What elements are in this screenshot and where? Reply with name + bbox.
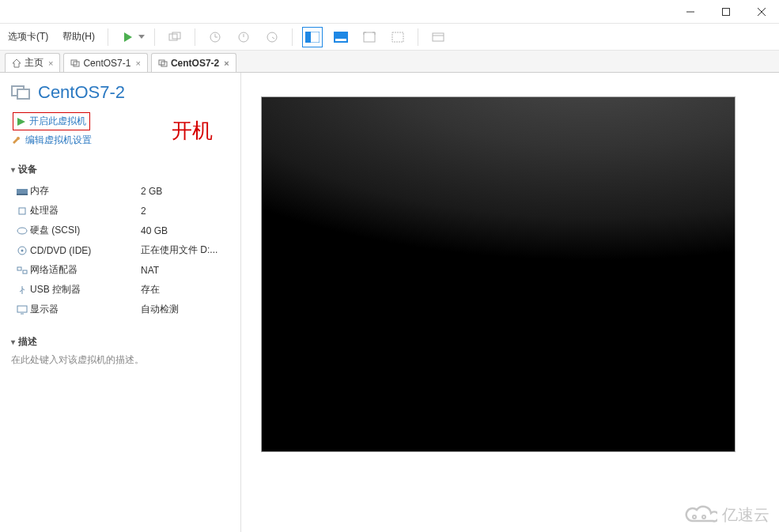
memory-icon (14, 187, 30, 195)
watermark-text: 亿速云 (722, 504, 770, 526)
tab-bar: 主页 × CentOS7-1 × CentOS7-2 × (0, 51, 779, 73)
device-cpu-label: 处理器 (30, 204, 141, 217)
device-display-label: 显示器 (30, 303, 141, 316)
svg-marker-4 (124, 32, 132, 42)
network-icon (14, 266, 30, 274)
menu-help[interactable]: 帮助(H) (59, 28, 98, 45)
view-sidebar-button[interactable] (302, 27, 323, 47)
disk-icon (14, 227, 30, 235)
tab-close-icon[interactable]: × (48, 58, 53, 68)
separator (108, 28, 108, 46)
home-icon (12, 58, 21, 68)
svg-rect-19 (364, 32, 375, 42)
fullscreen-icon (363, 32, 376, 43)
device-cd[interactable]: CD/DVD (IDE) 正在使用文件 D:... (11, 240, 229, 260)
snapshot-manage-button[interactable] (262, 27, 282, 47)
separator (195, 28, 195, 46)
description-section-header[interactable]: 描述 (11, 335, 229, 349)
svg-rect-33 (19, 208, 25, 214)
display-icon (14, 305, 30, 315)
svg-line-14 (272, 37, 274, 39)
maximize-button[interactable] (708, 0, 743, 24)
svg-rect-29 (17, 89, 29, 99)
close-button[interactable] (743, 0, 779, 24)
device-disk[interactable]: 硬盘 (SCSI) 40 GB (11, 221, 229, 240)
svg-rect-37 (17, 267, 21, 270)
description-placeholder[interactable]: 在此处键入对该虚拟机的描述。 (11, 353, 229, 367)
menu-options-tab[interactable]: 选项卡(T) (5, 28, 51, 45)
clock-back-icon (237, 31, 250, 43)
separator (154, 28, 155, 46)
device-memory-value: 2 GB (141, 186, 162, 197)
device-display[interactable]: 显示器 自动检测 (11, 300, 229, 319)
tab-close-icon[interactable]: × (224, 58, 229, 68)
wrench-icon (13, 136, 22, 145)
cpu-icon (14, 206, 30, 216)
cloud-icon (683, 504, 717, 526)
play-icon (17, 117, 26, 126)
view-console-button[interactable] (331, 27, 351, 47)
svg-rect-20 (392, 32, 403, 42)
device-cpu[interactable]: 处理器 2 (11, 201, 229, 221)
annotation-power-on: 开机 (172, 117, 213, 145)
separator (292, 28, 293, 46)
maximize-icon (722, 8, 730, 16)
svg-rect-18 (335, 39, 346, 41)
svg-point-41 (693, 515, 696, 519)
svg-rect-16 (305, 32, 311, 43)
unity-button[interactable] (388, 27, 408, 47)
snapshot-take-button[interactable] (205, 27, 225, 47)
svg-point-36 (21, 249, 24, 251)
svg-marker-30 (17, 118, 25, 126)
description-header-label: 描述 (18, 335, 37, 349)
devices-section-header[interactable]: 设备 (11, 163, 229, 176)
send-ctrlaltdel-button[interactable] (164, 27, 185, 47)
console-icon (334, 32, 348, 43)
clock-gear-icon (266, 31, 278, 43)
library-button[interactable] (428, 27, 448, 47)
fullscreen-button[interactable] (359, 27, 380, 47)
library-icon (432, 32, 444, 43)
vm-preview-screen[interactable] (261, 96, 736, 452)
device-cd-label: CD/DVD (IDE) (30, 245, 141, 256)
svg-rect-39 (17, 306, 27, 312)
watermark: 亿速云 (683, 504, 770, 526)
device-network-label: 网络适配器 (30, 263, 141, 277)
vm-title-icon (11, 83, 32, 102)
device-memory[interactable]: 内存 2 GB (11, 181, 229, 201)
svg-point-34 (17, 228, 27, 234)
cd-icon (14, 246, 30, 255)
power-on-link[interactable]: 开启此虚拟机 (13, 112, 90, 130)
vm-title-row: CentOS7-2 (11, 82, 229, 103)
sidebar-view-icon (305, 32, 320, 43)
tab-centos7-2[interactable]: CentOS7-2 × (151, 53, 236, 72)
svg-rect-38 (23, 270, 27, 274)
unity-icon (391, 32, 404, 43)
device-disk-label: 硬盘 (SCSI) (30, 224, 141, 237)
svg-point-42 (702, 515, 705, 519)
play-button-group[interactable] (118, 27, 145, 47)
devices-header-label: 设备 (18, 163, 37, 176)
svg-rect-6 (169, 34, 177, 40)
vm-title: CentOS7-2 (38, 82, 125, 103)
device-cd-value: 正在使用文件 D:... (141, 243, 217, 257)
tab-home-label: 主页 (25, 56, 43, 70)
svg-rect-7 (172, 32, 180, 39)
device-usb[interactable]: USB 控制器 存在 (11, 280, 229, 300)
device-usb-value: 存在 (141, 283, 160, 296)
snapshot-revert-button[interactable] (233, 27, 254, 47)
device-display-value: 自动检测 (141, 303, 179, 316)
dropdown-icon (138, 35, 145, 40)
tab-close-icon[interactable]: × (135, 58, 140, 68)
device-usb-label: USB 控制器 (30, 283, 141, 296)
clock-plus-icon (209, 31, 221, 43)
device-network[interactable]: 网络适配器 NAT (11, 260, 229, 280)
tab-home[interactable]: 主页 × (5, 53, 60, 72)
usb-icon (14, 285, 30, 295)
tab-centos7-1[interactable]: CentOS7-1 × (63, 53, 147, 72)
device-cpu-value: 2 (141, 206, 146, 217)
minimize-icon (686, 8, 694, 16)
edit-settings-label: 编辑虚拟机设置 (25, 134, 92, 147)
minimize-button[interactable] (672, 0, 708, 24)
power-on-label: 开启此虚拟机 (29, 115, 86, 128)
